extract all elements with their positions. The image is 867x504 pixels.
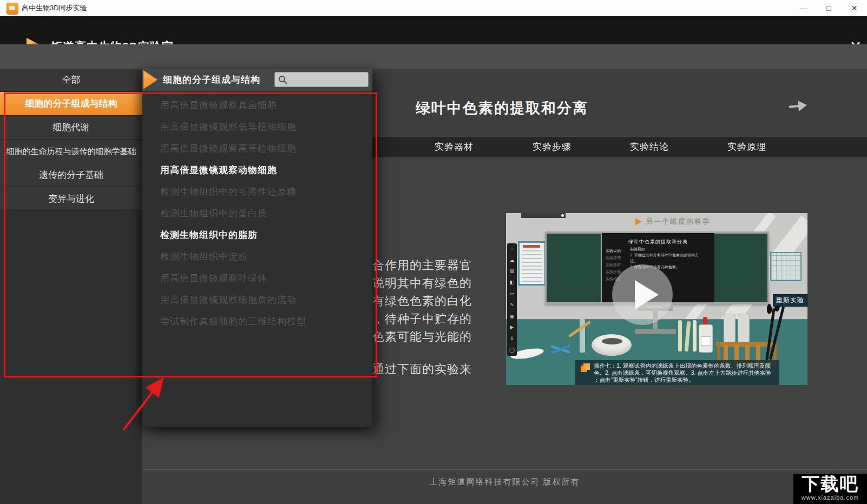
sidebar: 全部 细胞的分子组成与结构 细胞代谢 细胞的生命历程与遗传的细胞学基础 遗传的分… — [0, 69, 142, 504]
search-box[interactable] — [274, 72, 369, 87]
board-icon: ▤ — [510, 269, 515, 274]
hand-icon: ◧ — [510, 280, 515, 285]
tab-principle[interactable]: 实验原理 — [727, 137, 766, 157]
play-button[interactable] — [612, 264, 673, 325]
caption-line: 操作七：1. 观察试管内的滤纸条上出现的色素带的条数、排列顺序及颜 — [594, 362, 775, 369]
app-window: 高中生物3D同步实验 — □ ✕ 矩道高中生物3D实验室 ✕ 高中生物3D同步实… — [0, 0, 867, 504]
sidebar-item-all[interactable]: 全部 — [0, 69, 142, 92]
experiment-item[interactable]: 检测生物组织中的蛋白质 — [160, 203, 267, 224]
app-header: 矩道高中生物3D实验室 ✕ — [0, 16, 867, 44]
sidebar-item-molecular-genetics[interactable]: 遗传的分子基础 — [0, 163, 142, 187]
home-icon: ⌂ — [510, 247, 513, 251]
video-progress-strip — [521, 213, 566, 218]
video-brand-logo-icon — [635, 217, 642, 226]
maximize-button[interactable]: □ — [816, 0, 842, 16]
clipboard-icon — [581, 366, 592, 376]
panel-title: 细胞的分子组成与结构 — [163, 69, 260, 91]
experiment-item[interactable]: 用高倍显微镜观察细胞质的流动 — [160, 289, 297, 311]
search-icon — [278, 75, 288, 85]
mortar-bowl — [592, 334, 632, 356]
search-input[interactable] — [289, 73, 367, 87]
bottle-label — [701, 336, 711, 346]
os-window-controls: — □ ✕ — [791, 0, 867, 16]
cloud-icon: ☁ — [510, 258, 515, 263]
experiment-item[interactable]: 用高倍显微镜观察真菌细胞 — [160, 95, 277, 116]
green-board-left — [547, 234, 601, 302]
mortar-contents — [602, 338, 622, 344]
experiment-title: 绿叶中色素的提取和分离 — [416, 98, 588, 118]
experiment-item[interactable]: 检测生物组织中的脂肪 — [160, 224, 258, 246]
os-window-title: 高中生物3D同步实验 — [22, 0, 87, 16]
panel-header: 细胞的分子组成与结构 — [142, 69, 372, 91]
experiment-item[interactable]: 用高倍显微镜观察动物细胞 — [160, 160, 277, 181]
board-title: 绿叶中色素的提取和分离 — [602, 238, 714, 246]
video-brand: 另一个维度的科学 — [635, 217, 711, 227]
sidebar-item-cell-metabolism[interactable]: 细胞代谢 — [0, 116, 142, 140]
tab-conclusion[interactable]: 实验结论 — [630, 137, 669, 157]
copyright-text: 上海矩道网络科技有限公司 版权所有 — [142, 477, 867, 487]
experiment-list-panel: 细胞的分子组成与结构 用高倍显微镜观察真菌细胞 用高倍显微镜观察低等植物细胞 用… — [142, 69, 372, 427]
screen-icon: ▭ — [510, 291, 515, 296]
watermark-title: 下载吧 — [793, 474, 867, 494]
wall-poster — [518, 241, 546, 286]
experiment-item[interactable]: 用高倍显微镜观察高等植物细胞 — [160, 138, 297, 160]
play-triangle-icon — [635, 280, 659, 309]
experiment-item[interactable]: 用高倍显微镜观察低等植物细胞 — [160, 116, 297, 138]
tab-equipment[interactable]: 实验器材 — [435, 137, 474, 157]
caption-line: 色。2. 点击滤纸条，可切换视角观察。3. 点击左上方跳步进行其他实验 — [594, 369, 775, 376]
experiment-item[interactable]: 尝试制作真核细胞的三维结构模型 — [160, 311, 306, 333]
wall-calendar — [770, 252, 802, 281]
sidebar-item-cell-lifecycle[interactable]: 细胞的生命历程与遗传的细胞学基础 — [0, 140, 142, 163]
close-button[interactable]: ✕ — [842, 0, 867, 16]
video-brand-slogan: 另一个维度的科学 — [646, 217, 711, 227]
caption-line: ；点击“重新实验”按钮，进行重新实验。 — [594, 376, 775, 383]
sidebar-item-cell-composition[interactable]: 细胞的分子组成与结构 — [0, 92, 142, 116]
orange-arrow-icon — [143, 70, 157, 89]
tools-icon: ✎ — [510, 303, 514, 308]
tab-steps[interactable]: 实验步骤 — [533, 137, 572, 157]
balance-base — [635, 329, 676, 334]
minimize-button[interactable]: — — [791, 0, 816, 16]
info-icon: ℹ — [511, 336, 513, 341]
camera-icon: ◉ — [510, 314, 514, 319]
reagent-bottle — [724, 314, 735, 343]
experiment-item[interactable]: 检测生物组织中淀粉 — [160, 246, 248, 268]
experiment-video-thumbnail[interactable]: 绿叶中色素的提取和分离 实验目的 实验原理 实验器材 实验步骤 实验结论 实验目… — [506, 213, 807, 385]
test-tube — [693, 320, 697, 352]
next-arrow-icon[interactable] — [789, 99, 807, 113]
watermark-url: www.xiazaiba.com — [793, 494, 867, 501]
app-icon — [6, 3, 18, 15]
power-icon: ◯ — [509, 348, 515, 353]
site-watermark: 下载吧 www.xiazaiba.com — [793, 474, 867, 504]
experiment-item[interactable]: 用高倍显微镜观察叶绿体 — [160, 268, 267, 289]
reagent-bottle — [738, 314, 750, 343]
green-board-right — [714, 234, 767, 302]
test-tube — [678, 320, 682, 352]
experiment-item[interactable]: 检测生物组织中的可溶性还原糖 — [160, 181, 297, 203]
nav-bar: 高中生物3D同步实验 — [0, 44, 867, 69]
video-toolbar: ⌂ ☁ ▤ ◧ ▭ ✎ ◉ ▶ ℹ ◯ — [507, 243, 517, 356]
restart-experiment-button[interactable]: 重新实验 — [773, 294, 807, 307]
sidebar-item-variation-evolution[interactable]: 变异与进化 — [0, 187, 142, 211]
record-icon: ▶ — [510, 325, 514, 330]
os-titlebar: 高中生物3D同步实验 — □ ✕ — [0, 0, 867, 17]
video-caption-bar: 操作七：1. 观察试管内的滤纸条上出现的色素带的条数、排列顺序及颜 色。2. 点… — [575, 360, 779, 385]
tongs-tip — [767, 304, 772, 314]
